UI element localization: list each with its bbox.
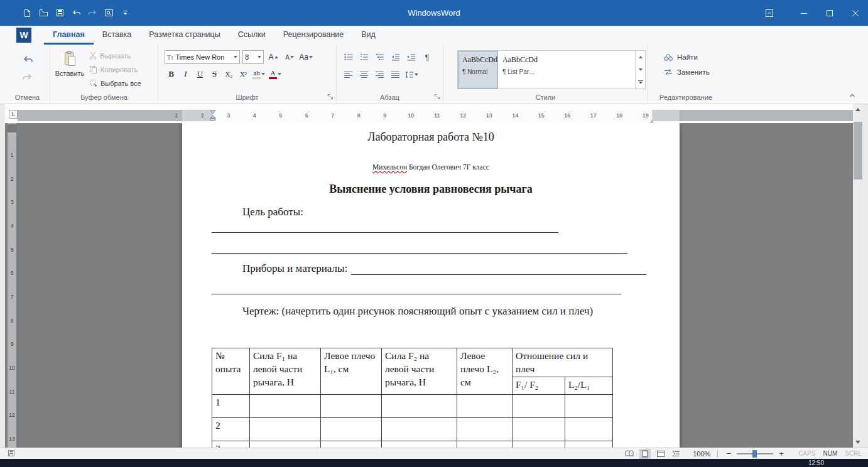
blank-line[interactable] bbox=[212, 294, 621, 294]
style-card-normal[interactable]: AaBbCcDd ¶ Normal bbox=[458, 51, 498, 89]
maximize-button[interactable] bbox=[816, 0, 842, 26]
paragraph-dialog-launcher[interactable] bbox=[434, 91, 440, 102]
numbering-button[interactable] bbox=[357, 50, 371, 64]
superscript-button[interactable]: X² bbox=[237, 67, 250, 81]
justify-button[interactable] bbox=[389, 68, 403, 82]
header-ratio-forces[interactable]: F₁/ F₂ bbox=[513, 377, 565, 395]
app-logo[interactable]: W bbox=[16, 28, 31, 43]
strikethrough-button[interactable]: S bbox=[208, 67, 221, 81]
cell-experiment-number[interactable]: 3 bbox=[212, 441, 250, 448]
styles-more-button[interactable] bbox=[636, 76, 645, 89]
cell-empty[interactable] bbox=[457, 418, 513, 441]
highlight-button[interactable]: ab bbox=[251, 67, 266, 81]
author-rest[interactable]: Богдан Олегович 7Г класс bbox=[407, 163, 489, 171]
shrink-font-button[interactable]: А bbox=[283, 50, 296, 64]
document-page[interactable]: Лабораторная работа №10 Михельсон Богдан… bbox=[182, 123, 680, 448]
find-button[interactable]: Найти bbox=[663, 53, 724, 62]
header-force1[interactable]: Сила F₁ на левой части рычага, Н bbox=[250, 348, 321, 395]
cut-button[interactable]: Вырезать bbox=[89, 50, 141, 61]
tab-insert[interactable]: Вставка bbox=[94, 26, 140, 45]
print-layout-button[interactable] bbox=[639, 449, 651, 459]
cell-empty[interactable] bbox=[457, 395, 513, 418]
cell-empty[interactable] bbox=[565, 395, 613, 418]
styles-scroll-up-button[interactable] bbox=[636, 51, 645, 63]
table-row[interactable]: 3 bbox=[212, 441, 613, 448]
header-force2[interactable]: Сила F₂ на левой части рычага, Н bbox=[382, 348, 457, 395]
cell-empty[interactable] bbox=[321, 395, 382, 418]
cell-empty[interactable] bbox=[513, 395, 565, 418]
header-arm2[interactable]: Левое плечо L₂, см bbox=[457, 348, 513, 395]
font-family-combobox[interactable]: Тт Times New Ron bbox=[165, 50, 240, 64]
multilevel-list-button[interactable] bbox=[373, 50, 387, 64]
cell-empty[interactable] bbox=[513, 418, 565, 441]
doc-author-line[interactable]: Михельсон Богдан Олегович 7Г класс bbox=[182, 163, 680, 171]
select-all-button[interactable]: Выбрать все bbox=[89, 78, 141, 89]
cell-empty[interactable] bbox=[565, 441, 613, 448]
print-preview-button[interactable] bbox=[102, 4, 116, 22]
quick-access-menu-button[interactable] bbox=[118, 4, 133, 22]
align-right-button[interactable] bbox=[373, 68, 387, 82]
materials-label[interactable]: Приборы и материалы: bbox=[242, 262, 347, 275]
cell-empty[interactable] bbox=[321, 441, 382, 448]
zoom-in-button[interactable]: + bbox=[778, 449, 785, 458]
scrollbar-thumb[interactable] bbox=[854, 122, 862, 180]
blank-line[interactable] bbox=[212, 232, 558, 233]
style-card-list-paragraph[interactable]: AaBbCcDd ¶ List Par… bbox=[498, 51, 538, 89]
cell-empty[interactable] bbox=[250, 395, 321, 418]
bullets-button[interactable] bbox=[342, 50, 355, 64]
tab-view[interactable]: Вид bbox=[352, 26, 384, 45]
cell-empty[interactable] bbox=[565, 418, 613, 441]
vertical-scrollbar[interactable] bbox=[853, 104, 863, 448]
styles-scroll-down-button[interactable] bbox=[636, 63, 645, 76]
goal-label[interactable]: Цель работы: bbox=[242, 206, 303, 218]
change-case-button[interactable]: Aa bbox=[299, 50, 313, 64]
undo-button[interactable] bbox=[69, 4, 84, 22]
zoom-slider-thumb[interactable] bbox=[752, 450, 757, 458]
tab-page-layout[interactable]: Разметка страницы bbox=[140, 26, 229, 45]
table-row[interactable]: 2 bbox=[212, 418, 613, 441]
font-dialog-launcher[interactable] bbox=[327, 91, 334, 102]
show-paragraph-marks-button[interactable]: ¶ bbox=[420, 50, 434, 64]
cell-experiment-number[interactable]: 1 bbox=[212, 395, 250, 418]
header-ratio[interactable]: Отношение сил и плеч bbox=[513, 348, 613, 377]
new-document-button[interactable] bbox=[20, 4, 35, 22]
tab-review[interactable]: Рецензирование bbox=[274, 26, 353, 45]
doc-heading[interactable]: Выяснение условия равновесия рычага bbox=[182, 183, 680, 196]
scroll-up-button[interactable] bbox=[853, 104, 863, 115]
zoom-value[interactable]: 100% bbox=[693, 450, 710, 458]
save-button[interactable] bbox=[53, 4, 67, 22]
align-center-button[interactable] bbox=[357, 68, 371, 82]
redo-button[interactable] bbox=[85, 4, 100, 22]
blank-line[interactable] bbox=[212, 253, 627, 254]
cell-experiment-number[interactable]: 2 bbox=[212, 418, 250, 441]
cell-empty[interactable] bbox=[321, 418, 382, 441]
open-button[interactable] bbox=[36, 4, 51, 22]
web-layout-button[interactable] bbox=[655, 449, 666, 459]
replace-button[interactable]: Заменить bbox=[663, 68, 724, 76]
line-spacing-button[interactable] bbox=[404, 68, 418, 82]
cell-empty[interactable] bbox=[457, 441, 513, 448]
cell-empty[interactable] bbox=[250, 441, 321, 448]
cell-empty[interactable] bbox=[382, 418, 457, 441]
italic-button[interactable]: I bbox=[179, 67, 192, 81]
cell-empty[interactable] bbox=[513, 441, 565, 448]
materials-line[interactable]: Приборы и материалы: bbox=[242, 262, 646, 275]
header-ratio-arms[interactable]: L₂/L₁ bbox=[565, 377, 613, 395]
misspelled-word[interactable]: Михельсон bbox=[372, 163, 407, 171]
read-mode-button[interactable] bbox=[624, 449, 635, 459]
ribbon-undo-button[interactable] bbox=[22, 55, 33, 66]
align-left-button[interactable] bbox=[342, 68, 355, 82]
header-arm1[interactable]: Левое плечо L₁, см bbox=[321, 348, 382, 395]
close-button[interactable] bbox=[842, 0, 868, 26]
tab-stop-selector[interactable]: L bbox=[9, 110, 18, 119]
minimize-button[interactable] bbox=[791, 0, 816, 26]
paste-button[interactable]: Вставить bbox=[50, 45, 89, 93]
tab-references[interactable]: Ссылки bbox=[229, 26, 274, 45]
decrease-indent-button[interactable] bbox=[389, 50, 403, 64]
underline-button[interactable]: U bbox=[193, 67, 207, 81]
scroll-down-button[interactable] bbox=[853, 437, 863, 448]
cell-empty[interactable] bbox=[382, 441, 457, 448]
drawing-label[interactable]: Чертеж: (начертить один рисунок поясняющ… bbox=[242, 305, 593, 318]
tab-home[interactable]: Главная bbox=[44, 26, 94, 45]
subscript-button[interactable]: X₂ bbox=[222, 67, 236, 81]
